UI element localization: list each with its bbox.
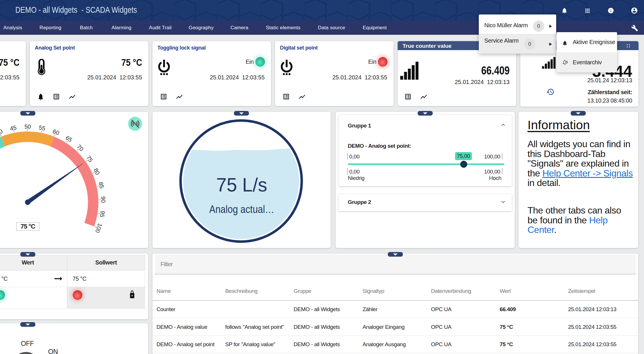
svg-text:45: 45 [10, 124, 17, 132]
svg-text:75 L/s: 75 L/s [216, 174, 267, 196]
svg-text:40: 40 [0, 128, 3, 136]
svg-text:50: 50 [24, 123, 31, 130]
svg-text:60: 60 [52, 128, 60, 136]
svg-text:95: 95 [99, 210, 106, 218]
svg-text:90: 90 [100, 196, 107, 203]
svg-text:85: 85 [98, 181, 105, 189]
svg-text:Analog actual…: Analog actual… [209, 203, 274, 215]
svg-text:100: 100 [94, 222, 103, 234]
svg-text:65: 65 [64, 134, 73, 143]
svg-text:75: 75 [85, 154, 94, 163]
svg-text:55: 55 [38, 124, 46, 132]
svg-text:80: 80 [92, 167, 101, 176]
